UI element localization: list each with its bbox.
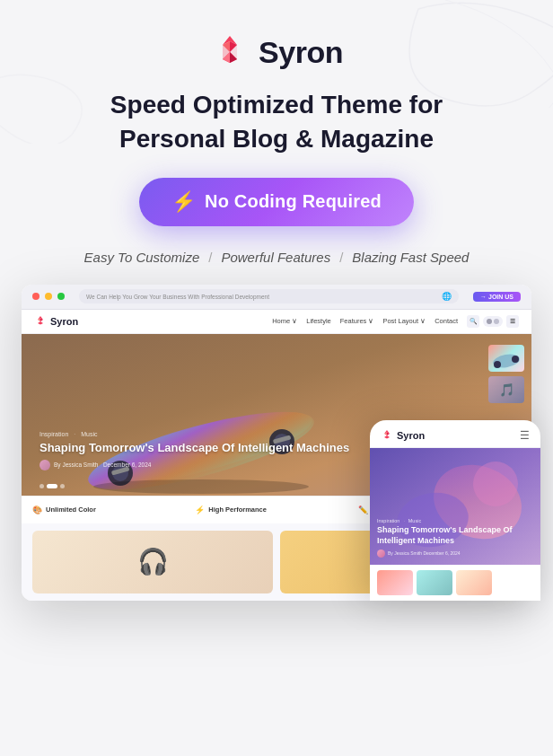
site-nav-links: Home ∨ Lifestyle Features ∨ Post Layout … [272, 317, 458, 325]
mobile-hero: Inspiration · Music Shaping Tomorrow's L… [370, 448, 540, 565]
svg-point-13 [512, 356, 519, 363]
site-nav: Syron Home ∨ Lifestyle Features ∨ Post L… [22, 310, 531, 334]
pencil-icon: ✏️ [358, 505, 368, 514]
mockup-wrapper: We Can Help You Grow Your Business With … [0, 285, 553, 601]
nav-post-layout[interactable]: Post Layout ∨ [382, 317, 426, 325]
headphones-icon: 🎧 [137, 547, 169, 576]
nav-lifestyle[interactable]: Lifestyle [306, 317, 331, 325]
feature-high-performance: ⚡ High Performance [195, 505, 357, 514]
feature-easy-customize: Easy To Customize [84, 250, 200, 265]
headline-line1: Speed Optimized Theme for [110, 91, 443, 119]
slider-dots [40, 484, 65, 488]
palette-icon: 🎨 [32, 505, 42, 514]
mobile-tag2: Music [408, 518, 421, 523]
headline-section: Speed Optimized Theme for Personal Blog … [0, 72, 553, 156]
search-icon[interactable]: 🔍 [467, 315, 479, 328]
hero-author-text: By Jessica Smith December 6, 2024 [54, 462, 151, 468]
site-logo-icon-mini [34, 315, 47, 328]
thumb-dot-item: 🎵 [488, 376, 524, 403]
mobile-thumb-3 [456, 570, 492, 595]
mobile-thumb-2 [417, 570, 452, 595]
mobile-hero-author: By Jessica Smith December 6, 2024 [377, 549, 533, 558]
hero-tag-sep: · [74, 431, 75, 437]
divider-1: / [208, 250, 212, 265]
feature-color-label: Unlimited Color [46, 505, 96, 514]
browser-dot-yellow [45, 293, 52, 300]
mobile-logo-text: Syron [397, 430, 425, 441]
mobile-hero-content: Inspiration · Music Shaping Tomorrow's L… [377, 518, 533, 557]
mobile-tag1: Inspiration [377, 518, 399, 523]
headline-text: Speed Optimized Theme for Personal Blog … [54, 88, 499, 156]
performance-icon: ⚡ [195, 505, 205, 514]
feature-unlimited-color: 🎨 Unlimited Color [32, 505, 195, 514]
svg-point-12 [494, 361, 501, 368]
svg-point-17 [473, 462, 518, 506]
mobile-logo: Syron [381, 429, 425, 442]
mobile-overlay: Syron ☰ [370, 420, 540, 601]
feature-fast-speed: Blazing Fast Speed [352, 250, 469, 265]
browser-dot-green [57, 293, 65, 300]
slider-dot-1[interactable] [40, 484, 44, 488]
lightning-icon: ⚡ [171, 190, 196, 214]
feature-perf-label: High Performance [208, 505, 267, 514]
mobile-menu-icon[interactable]: ☰ [520, 429, 530, 442]
browser-urlbar: We Can Help You Grow Your Business With … [79, 289, 459, 303]
browser-dot-red [32, 293, 40, 300]
mobile-header: Syron ☰ [370, 420, 540, 448]
hero-tag2: Music [81, 431, 97, 437]
mobile-hero-tags: Inspiration · Music [377, 518, 533, 523]
slider-dot-3[interactable] [60, 484, 65, 488]
syron-logo-icon [210, 32, 250, 72]
browser-url-text: We Can Help You Grow Your Business With … [86, 294, 269, 300]
feature-powerful: Powerful Features [221, 250, 330, 265]
hero-thumb-right: 🎵 [488, 345, 524, 403]
features-row: Easy To Customize / Powerful Features / … [0, 244, 553, 285]
hero-author-avatar [40, 460, 50, 470]
logo-text: Syron [259, 35, 343, 70]
badge-section: ⚡ No Coding Required [0, 156, 553, 244]
hero-tag1: Inspiration [40, 431, 68, 437]
mobile-hero-title: Shaping Tomorrow's Landscape Of Intellig… [377, 525, 533, 546]
mobile-tag-sep: · [403, 518, 404, 523]
thumb-skateboard [488, 345, 524, 372]
badge-label: No Coding Required [205, 191, 382, 212]
thumb-card-headphones: 🎧 [32, 531, 273, 593]
mobile-author-text: By Jessica Smith December 6, 2024 [388, 550, 461, 556]
headline-line2: Personal Blog & Magazine [119, 125, 434, 153]
nav-home[interactable]: Home ∨ [272, 317, 297, 325]
mobile-author-avatar [377, 549, 385, 558]
browser-topbar: We Can Help You Grow Your Business With … [22, 285, 531, 310]
svg-point-9 [93, 479, 309, 494]
no-coding-badge[interactable]: ⚡ No Coding Required [139, 178, 414, 226]
site-nav-icons: 🔍 ☰ [467, 315, 519, 328]
logo-section: Syron [0, 0, 553, 72]
browser-join-button[interactable]: → JOIN US [473, 292, 521, 302]
nav-contact[interactable]: Contact [434, 317, 458, 325]
mobile-thumb-row [370, 565, 540, 601]
nav-features[interactable]: Features ∨ [340, 317, 374, 325]
toggle-icon[interactable] [483, 316, 503, 327]
divider-2: / [339, 250, 343, 265]
site-logo-mini: Syron [34, 315, 78, 328]
mobile-thumb-1 [377, 570, 413, 595]
slider-dot-2[interactable] [47, 484, 57, 488]
site-logo-text: Syron [50, 316, 78, 327]
menu-icon[interactable]: ☰ [506, 315, 519, 328]
mobile-logo-icon [381, 429, 393, 442]
